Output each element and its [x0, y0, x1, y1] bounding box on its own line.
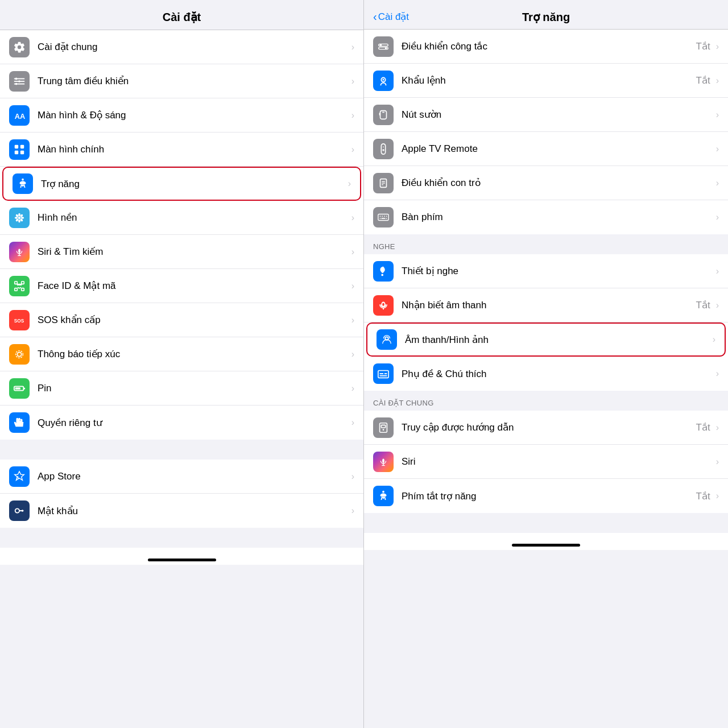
svg-rect-25 — [22, 281, 24, 284]
svg-point-21 — [18, 249, 20, 253]
item-label: Truy cập được hướng dẫn — [402, 421, 696, 433]
siri2-icon — [373, 452, 394, 472]
settings-item-man-hinh-chinh[interactable]: Màn hình chính › — [0, 133, 363, 167]
right-item-dieu-khien-con-tro[interactable]: Điều khiển con trỏ › — [364, 166, 728, 200]
settings-item-face-id[interactable]: Face ID & Mật mã › — [0, 269, 363, 303]
right-group-1: Điều khiển công tắc Tắt › Khẩu lệnh Tắt … — [364, 30, 728, 234]
chevron-icon: › — [351, 42, 354, 52]
right-item-dieu-khien-cong-tac[interactable]: Điều khiển công tắc Tắt › — [364, 30, 728, 64]
exposure-icon — [9, 344, 30, 365]
right-item-siri[interactable]: Siri › — [364, 445, 728, 479]
guidedaccess-icon — [373, 417, 394, 438]
right-item-am-thanh-hinh-anh[interactable]: Âm thanh/Hình ảnh › — [366, 322, 726, 357]
chevron-icon: › — [351, 349, 354, 359]
sidebutton-icon — [373, 105, 394, 125]
item-label: Điều khiển công tắc — [402, 40, 696, 52]
svg-point-74 — [383, 429, 384, 431]
chevron-icon: › — [351, 315, 354, 325]
item-label: Thông báo tiếp xúc — [38, 348, 349, 360]
svg-point-42 — [385, 47, 387, 49]
keyboard-icon — [373, 207, 394, 228]
item-label: App Store — [38, 471, 349, 482]
item-label: Quyền riêng tư — [38, 417, 349, 429]
svg-text:A: A — [16, 474, 20, 479]
right-item-ban-phim[interactable]: Bàn phím › — [364, 200, 728, 234]
section-nghe: NGHE — [364, 234, 728, 254]
chevron-icon: › — [348, 179, 351, 189]
pointer-icon — [373, 173, 394, 193]
chevron-icon: › — [716, 178, 719, 188]
settings-item-quyen-rieng-tu[interactable]: Quyền riêng tư › — [0, 406, 363, 440]
settings-item-pin[interactable]: Pin › — [0, 371, 363, 406]
right-item-khau-lenh[interactable]: Khẩu lệnh Tắt › — [364, 64, 728, 98]
chevron-icon: › — [351, 144, 354, 155]
svg-text:AA: AA — [15, 111, 26, 120]
item-label: Cài đặt chung — [38, 41, 349, 53]
item-value: Tắt — [696, 40, 710, 52]
separator-2 — [0, 528, 363, 548]
right-home-bar — [512, 544, 580, 547]
chevron-icon: › — [351, 110, 354, 121]
settings-item-tro-nang[interactable]: Trợ năng › — [2, 167, 361, 201]
svg-point-11 — [22, 179, 24, 181]
item-label: Hình nền — [38, 212, 349, 224]
settings-item-hinh-nen[interactable]: Hình nền › — [0, 201, 363, 235]
right-item-truy-cap[interactable]: Truy cập được hướng dẫn Tắt › — [364, 411, 728, 445]
hearing-icon — [373, 261, 394, 282]
svg-rect-47 — [379, 113, 380, 115]
svg-point-15 — [15, 217, 18, 219]
back-button[interactable]: ‹ Cài đặt — [373, 10, 409, 23]
right-home-indicator — [364, 533, 728, 550]
siri-icon — [9, 242, 30, 262]
settings-item-mat-khau[interactable]: Mật khẩu › — [0, 494, 363, 528]
right-list: Điều khiển công tắc Tắt › Khẩu lệnh Tắt … — [364, 30, 728, 728]
item-label: Siri & Tìm kiếm — [38, 246, 349, 258]
settings-item-app-store[interactable]: A App Store › — [0, 460, 363, 494]
grid-icon — [9, 139, 30, 160]
aa-icon: AA — [9, 105, 30, 126]
home-indicator — [0, 548, 363, 565]
svg-point-32 — [17, 352, 21, 356]
remote-icon — [373, 139, 394, 159]
right-item-nut-suon[interactable]: Nút sườn › — [364, 98, 728, 132]
right-item-phim-tat[interactable]: Phím tắt trợ năng Tắt › — [364, 479, 728, 513]
flower-icon — [9, 208, 30, 228]
accessibility-icon — [13, 173, 33, 194]
settings-item-sos[interactable]: SOS SOS khẩn cấp › — [0, 303, 363, 337]
chevron-icon: › — [716, 42, 719, 52]
chevron-icon: › — [716, 491, 719, 501]
settings-item-siri[interactable]: Siri & Tìm kiếm › — [0, 235, 363, 269]
svg-rect-73 — [381, 425, 385, 428]
chevron-icon: › — [716, 423, 719, 433]
settings-item-cai-dat-chung[interactable]: Cài đặt chung › — [0, 30, 363, 64]
right-panel: ‹ Cài đặt Trợ năng Điều khiển công tắc T… — [364, 0, 728, 728]
chevron-icon: › — [716, 457, 719, 467]
settings-item-man-hinh-do-sang[interactable]: AA Màn hình & Độ sáng › — [0, 98, 363, 133]
svg-rect-36 — [15, 387, 20, 390]
item-label: Màn hình chính — [38, 144, 349, 155]
chevron-icon: › — [351, 417, 354, 428]
svg-rect-9 — [15, 150, 18, 154]
audiodesc-icon — [377, 329, 397, 350]
svg-point-44 — [383, 78, 384, 80]
chevron-icon: › — [351, 506, 354, 516]
chevron-icon: › — [716, 110, 719, 120]
settings-item-trung-tam[interactable]: Trung tâm điều khiển › — [0, 64, 363, 98]
right-title: Trợ năng — [522, 10, 570, 24]
left-header: Cài đặt — [0, 0, 363, 30]
svg-text:SOS: SOS — [14, 318, 24, 323]
chevron-icon: › — [713, 334, 715, 345]
item-label: Nút sườn — [402, 109, 710, 121]
settings-list: Cài đặt chung › Trung tâm điều khiển › A… — [0, 30, 363, 728]
right-item-thiet-bi-nghe[interactable]: Thiết bị nghe › — [364, 254, 728, 288]
settings-group-2: A App Store › Mật khẩu › — [0, 460, 363, 528]
section-cai-dat-chung: CÀI ĐẶT CHUNG — [364, 391, 728, 411]
right-item-apple-tv[interactable]: Apple TV Remote › — [364, 132, 728, 166]
settings-item-thong-bao[interactable]: Thông báo tiếp xúc › — [0, 337, 363, 371]
chevron-icon: › — [351, 247, 354, 257]
chevron-icon: › — [716, 266, 719, 276]
right-item-nhan-biet-am-thanh[interactable]: Nhận biết âm thanh Tắt › — [364, 288, 728, 322]
svg-point-75 — [382, 458, 384, 462]
item-label: Thiết bị nghe — [402, 265, 710, 277]
right-item-phu-de[interactable]: Phụ đề & Chú thích › — [364, 357, 728, 391]
